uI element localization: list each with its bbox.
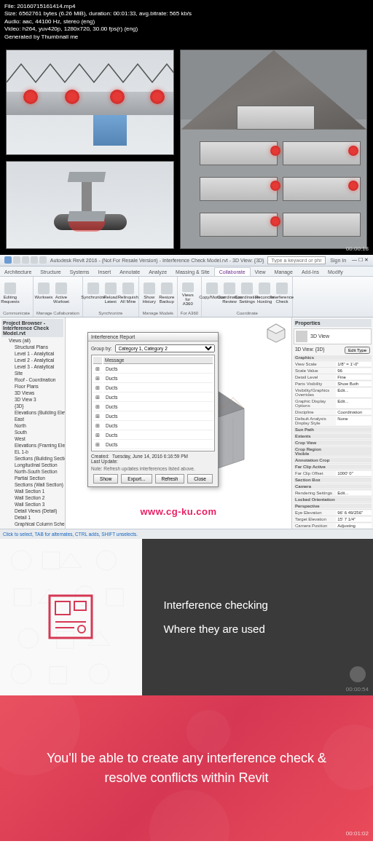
tab-structure[interactable]: Structure — [36, 268, 65, 276]
property-row[interactable]: Camera PositionAdjusting — [294, 523, 372, 529]
ribbon-button[interactable]: Synchronize — [86, 283, 101, 306]
table-row[interactable]: ⊞Ducts — [93, 394, 213, 402]
ribbon-button[interactable]: Worksets — [36, 283, 51, 306]
tree-item[interactable]: Wall Section 2 — [1, 494, 63, 501]
property-row[interactable]: Locked Orientation — [294, 497, 372, 503]
search-input[interactable] — [267, 256, 326, 264]
tree-item[interactable]: North-South Section — [1, 468, 63, 475]
property-row[interactable]: Camera — [294, 484, 372, 490]
tree-item[interactable]: Wall Section 1 — [1, 488, 63, 494]
table-row[interactable]: ⊞Ducts — [93, 366, 213, 374]
tree-item[interactable]: Detail Views (Detail) — [1, 508, 63, 514]
tab-analyze[interactable]: Analyze — [144, 268, 171, 276]
project-browser[interactable]: Project Browser - Interference Check Mod… — [0, 317, 66, 529]
table-row[interactable]: ⊞Ducts — [93, 375, 213, 383]
tab-manage[interactable]: Manage — [270, 268, 297, 276]
quick-access-icons[interactable] — [4, 256, 47, 264]
table-row[interactable]: ⊞Ducts — [93, 422, 213, 430]
tab-insert[interactable]: Insert — [94, 268, 116, 276]
tree-item[interactable]: Graphical Column Schedule 1 — [1, 527, 63, 529]
property-row[interactable]: Crop View — [294, 440, 372, 446]
tree-item[interactable]: West — [1, 435, 63, 442]
3d-viewport[interactable]: Interference Report Group by: Category 1… — [66, 317, 291, 529]
properties-panel[interactable]: Properties 3D View 3D View: {3D} Edit Ty… — [291, 317, 373, 529]
window-controls[interactable]: — ☐ ✕ — [352, 257, 369, 263]
groupby-select[interactable]: Category 1, Category 2 — [115, 344, 215, 352]
tree-item[interactable]: South — [1, 429, 63, 435]
tree-item[interactable]: Elevations (Building Elevation) — [1, 409, 63, 416]
refresh-button[interactable]: Refresh — [155, 474, 185, 484]
tree-item[interactable]: East — [1, 416, 63, 422]
property-row[interactable]: Crop Region Visible — [294, 446, 372, 457]
property-row[interactable]: Eye Elevation96' 6 49/256" — [294, 510, 372, 516]
property-row[interactable]: Rendering SettingsEdit... — [294, 490, 372, 497]
property-row[interactable]: View Scale1/8" = 1'-0" — [294, 361, 372, 368]
ribbon-button[interactable]: Interference Check — [275, 283, 289, 306]
ribbon-button[interactable]: Active Workset — [54, 283, 68, 306]
tree-item[interactable]: Roof - Coordination — [1, 376, 63, 383]
show-button[interactable]: Show — [93, 474, 118, 484]
tree-item[interactable]: Graphical Column Schedules — [1, 521, 63, 527]
tree-item[interactable]: Longitudinal Section — [1, 462, 63, 468]
tree-item[interactable]: Level 1 - Analytical — [1, 350, 63, 357]
tree-item[interactable]: 3D View 3 — [1, 396, 63, 403]
tab-annotate[interactable]: Annotate — [115, 268, 144, 276]
signin-link[interactable]: Sign In — [330, 258, 346, 263]
edit-type-button[interactable]: Edit Type — [345, 347, 370, 354]
tree-item[interactable]: Site — [1, 370, 63, 376]
tree-item[interactable]: Level 3 - Analytical — [1, 363, 63, 370]
ribbon-button[interactable]: Views for A360 — [181, 283, 195, 306]
ribbon-button[interactable]: Restore Backup — [160, 283, 174, 306]
tab-architecture[interactable]: Architecture — [0, 268, 36, 276]
tree-item[interactable]: Views (all) — [1, 337, 63, 344]
tree-item[interactable]: 3D Views — [1, 390, 63, 396]
tree-item[interactable]: EL 1-b — [1, 449, 63, 455]
ribbon-button[interactable]: Reload Latest — [103, 283, 118, 306]
property-row[interactable]: Perspective — [294, 503, 372, 510]
tab-massing[interactable]: Massing & Site — [171, 268, 214, 276]
tree-item[interactable]: Floor Plans — [1, 383, 63, 390]
table-row[interactable]: ⊞Ducts — [93, 403, 213, 411]
tree-item[interactable]: Level 2 - Analytical — [1, 357, 63, 363]
property-row[interactable]: Extents — [294, 433, 372, 440]
property-row[interactable]: Detail LevelFine — [294, 374, 372, 381]
ribbon-button[interactable]: Coordination Settings — [240, 283, 254, 306]
ribbon-button[interactable]: Show History — [142, 283, 157, 306]
table-row[interactable]: ⊞Ducts — [93, 432, 213, 440]
tree-item[interactable]: Detail 1 — [1, 514, 63, 521]
property-row[interactable]: Sun Path — [294, 427, 372, 433]
property-row[interactable]: Annotation Crop — [294, 457, 372, 464]
ribbon-button[interactable]: Editing Requests — [3, 283, 17, 306]
property-row[interactable]: Section Box — [294, 477, 372, 484]
tree-item[interactable]: Sections (Building Section) — [1, 455, 63, 462]
tree-item[interactable]: Sections (Wall Section) — [1, 481, 63, 488]
tree-item[interactable]: Partial Section — [1, 475, 63, 481]
tree-item[interactable]: {3D} — [1, 403, 63, 409]
viewcube[interactable] — [265, 322, 287, 344]
export-button[interactable]: Export... — [121, 474, 152, 484]
property-row[interactable]: Graphics — [294, 355, 372, 361]
tab-collaborate[interactable]: Collaborate — [214, 267, 251, 276]
table-row[interactable]: ⊞Ducts — [93, 413, 213, 421]
property-row[interactable]: Far Clip Active — [294, 464, 372, 470]
tab-view[interactable]: View — [251, 268, 270, 276]
tab-addins[interactable]: Add-Ins — [297, 268, 323, 276]
property-row[interactable]: Visibility/Graphics OverridesEdit... — [294, 387, 372, 398]
property-row[interactable]: Default Analysis Display StyleNone — [294, 416, 372, 427]
tree-item[interactable]: Wall Section 3 — [1, 501, 63, 508]
property-row[interactable]: Far Clip Offset1000' 0" — [294, 470, 372, 477]
interference-table[interactable]: Message ⊞Ducts⊞Ducts⊞Ducts⊞Ducts⊞Ducts⊞D… — [91, 355, 215, 451]
tree-item[interactable]: Structural Plans — [1, 344, 63, 350]
property-row[interactable]: Parts VisibilityShow Both — [294, 381, 372, 387]
tab-systems[interactable]: Systems — [66, 268, 94, 276]
table-row[interactable]: ⊞Ducts — [93, 441, 213, 449]
ribbon-button[interactable]: Relinquish All Mine — [121, 283, 136, 306]
play-button-icon[interactable] — [350, 666, 366, 682]
property-row[interactable]: Graphic Display OptionsEdit... — [294, 398, 372, 409]
tree-item[interactable]: Elevations (Framing Elevation) — [1, 442, 63, 449]
close-button[interactable]: Close — [187, 474, 213, 484]
tab-modify[interactable]: Modify — [323, 268, 348, 276]
property-row[interactable]: DisciplineCoordination — [294, 409, 372, 416]
tree-item[interactable]: North — [1, 422, 63, 429]
property-row[interactable]: Scale Value96 — [294, 368, 372, 374]
